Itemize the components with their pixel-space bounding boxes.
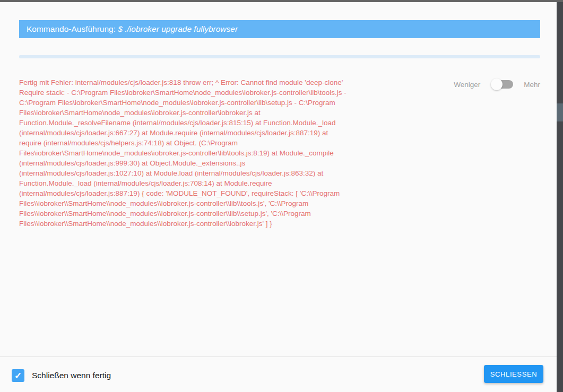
background-scrollbar-thumb[interactable]	[557, 103, 563, 121]
dialog-title-bar: Kommando-Ausführung: $ ./iobroker upgrad…	[19, 20, 540, 38]
close-when-finished-option[interactable]: ✓ Schließen wenn fertig	[12, 369, 111, 382]
detail-toggle-switch[interactable]	[491, 79, 513, 90]
footer-divider	[0, 356, 557, 357]
command-error-log: Fertig mit Fehler: internal/modules/cjs/…	[19, 77, 365, 229]
dialog-title-prefix: Kommando-Ausführung:	[27, 24, 118, 34]
log-detail-toggle-row: Weniger Mehr	[454, 77, 540, 91]
checkbox-checked-icon[interactable]: ✓	[12, 369, 24, 382]
close-button[interactable]: SCHLIESSEN	[484, 365, 543, 383]
top-window-edge	[0, 0, 563, 2]
toggle-label-less[interactable]: Weniger	[454, 81, 480, 89]
dialog-command-text: $ ./iobroker upgrade fullybrowser	[118, 24, 238, 34]
background-scrollbar[interactable]	[557, 2, 563, 392]
command-execution-dialog: Kommando-Ausführung: $ ./iobroker upgrad…	[0, 0, 563, 392]
command-progress-bar	[19, 55, 540, 58]
toggle-label-more[interactable]: Mehr	[524, 81, 540, 89]
checkbox-label: Schließen wenn fertig	[32, 371, 111, 380]
